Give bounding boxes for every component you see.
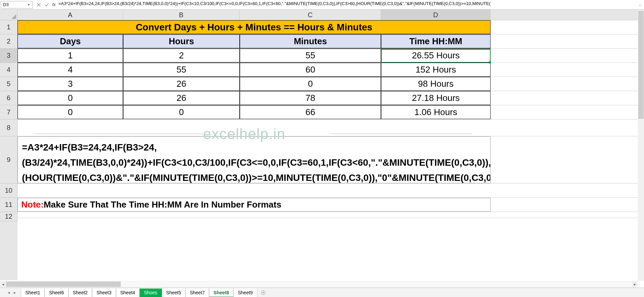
row-header-7[interactable]: 7	[0, 105, 18, 119]
scroll-v-thumb[interactable]	[638, 11, 644, 119]
check-icon	[45, 3, 49, 7]
cell-D6[interactable]: 27.18 Hours	[381, 91, 491, 105]
row-header-11[interactable]: 11	[0, 198, 18, 212]
tab-next-button[interactable]: ►	[12, 290, 18, 295]
tab-prev-button[interactable]: ◄	[6, 290, 11, 295]
sheet-tab-shoes[interactable]: Shoes	[140, 289, 162, 297]
cell-D7[interactable]: 1.06 Hours	[381, 105, 491, 119]
cell-C4[interactable]: 60	[240, 63, 381, 77]
row-header-4[interactable]: 4	[0, 63, 18, 77]
sheet-tab-sheet1[interactable]: Sheet1	[21, 289, 45, 297]
formula-bar: D3 ▼ fx =A3*24+IF(B3=24,24,IF(B3>24,(B3/…	[0, 0, 644, 9]
cell-A4[interactable]: 4	[18, 63, 123, 77]
sheet-tab-sheet6[interactable]: Sheet6	[45, 289, 68, 297]
col-header-B[interactable]: B	[123, 9, 240, 20]
plus-circle-icon	[261, 290, 266, 295]
add-sheet-button[interactable]	[259, 289, 267, 297]
x-icon	[37, 3, 41, 7]
sheet-tab-sheet9[interactable]: Sheet9	[233, 289, 257, 297]
cell-D3[interactable]: 26.55 Hours	[381, 49, 491, 62]
cell-D4[interactable]: 152 Hours	[381, 63, 491, 77]
row-header-2[interactable]: 2	[0, 34, 18, 49]
note-text: Make Sure That The Time HH:MM Are In Num…	[43, 199, 281, 210]
note-label: Note:	[21, 199, 43, 210]
sheet-tab-sheet2[interactable]: Sheet2	[68, 289, 92, 297]
cell-A3[interactable]: 1	[18, 49, 123, 62]
tab-nav: ◄ ►	[6, 290, 18, 295]
cell-C5[interactable]: 0	[240, 77, 381, 91]
header-days[interactable]: Days	[18, 34, 123, 48]
fx-icon[interactable]: fx	[52, 2, 56, 7]
sheet-tabs-bar: ◄ ► Sheet1Sheet6Sheet2Sheet3Sheet4ShoesS…	[0, 288, 644, 297]
row-headers: 1 2 3 4 5 6 7 8 9 10 11 12	[0, 20, 18, 280]
sheet-tab-sheet5[interactable]: Sheet5	[162, 289, 185, 297]
col-header-C[interactable]: C	[240, 9, 381, 20]
cell-D5[interactable]: 98 Hours	[381, 77, 491, 91]
expand-formula-button[interactable]: ⌄	[637, 3, 643, 6]
col-header-D[interactable]: D	[381, 9, 491, 20]
sheet-tab-sheet8[interactable]: Sheet8	[209, 289, 233, 297]
formula-display-cell[interactable]: =A3*24+IF(B3=24,24,IF(B3>24,(B3/24)*24,T…	[18, 136, 491, 183]
row-header-8[interactable]: 8	[0, 119, 18, 136]
title-cell[interactable]: Convert Days + Hours + Minutes == Hours …	[18, 20, 491, 34]
cancel-formula-button[interactable]	[35, 1, 43, 8]
scroll-left-button[interactable]: ◄	[0, 281, 6, 287]
cell-B4[interactable]: 55	[123, 63, 240, 77]
scroll-h-thumb[interactable]	[6, 281, 121, 287]
cell-B7[interactable]: 0	[123, 105, 240, 119]
spreadsheet-grid: A B C D 1 2 3 4 5 6 7 8 9 10 11 12 Conve…	[0, 9, 644, 280]
row-header-1[interactable]: 1	[0, 20, 18, 34]
divider-right	[331, 134, 472, 134]
row-header-3[interactable]: 3	[0, 49, 18, 63]
note-cell[interactable]: Note: Make Sure That The Time HH:MM Are …	[18, 198, 491, 212]
cell-A5[interactable]: 3	[18, 77, 123, 91]
sheet-tab-sheet4[interactable]: Sheet4	[116, 289, 140, 297]
column-headers: A B C D	[18, 9, 644, 20]
chevron-down-icon[interactable]: ▼	[27, 3, 30, 6]
sheet-tab-sheet7[interactable]: Sheet7	[185, 289, 209, 297]
accept-formula-button[interactable]	[43, 1, 51, 8]
col-header-rest[interactable]	[491, 9, 644, 20]
cell-A7[interactable]: 0	[18, 105, 123, 119]
name-box[interactable]: D3 ▼	[1, 1, 33, 8]
tabs-container: Sheet1Sheet6Sheet2Sheet3Sheet4ShoesSheet…	[21, 288, 257, 297]
row-header-5[interactable]: 5	[0, 77, 18, 91]
cell-C6[interactable]: 78	[240, 91, 381, 105]
cell-A6[interactable]: 0	[18, 91, 123, 105]
cell-C7[interactable]: 66	[240, 105, 381, 119]
row-header-6[interactable]: 6	[0, 91, 18, 105]
name-box-value: D3	[3, 2, 9, 7]
cell-B6[interactable]: 26	[123, 91, 240, 105]
header-time[interactable]: Time HH:MM	[381, 34, 491, 48]
cell-C3[interactable]: 55	[240, 49, 381, 62]
header-minutes[interactable]: Minutes	[240, 34, 381, 48]
cell-B3[interactable]: 2	[123, 49, 240, 62]
cells-area: Convert Days + Hours + Minutes == Hours …	[18, 20, 644, 280]
formula-input[interactable]: =A3*24+IF(B3=24,24,IF(B3>24,(B3/24)*24,T…	[57, 1, 637, 8]
select-all-corner[interactable]	[0, 9, 18, 20]
scroll-right-button[interactable]: ►	[632, 281, 638, 287]
row-header-12[interactable]: 12	[0, 212, 18, 221]
sheet-tab-sheet3[interactable]: Sheet3	[92, 289, 116, 297]
row-header-10[interactable]: 10	[0, 184, 18, 198]
header-hours[interactable]: Hours	[123, 34, 240, 48]
row-header-9[interactable]: 9	[0, 136, 18, 184]
horizontal-scrollbar[interactable]: ◄ ►	[0, 281, 638, 288]
cell-B5[interactable]: 26	[123, 77, 240, 91]
col-header-A[interactable]: A	[18, 9, 123, 20]
scroll-h-track[interactable]	[6, 281, 632, 287]
divider-left	[35, 134, 203, 134]
vertical-scrollbar[interactable]	[638, 9, 644, 281]
